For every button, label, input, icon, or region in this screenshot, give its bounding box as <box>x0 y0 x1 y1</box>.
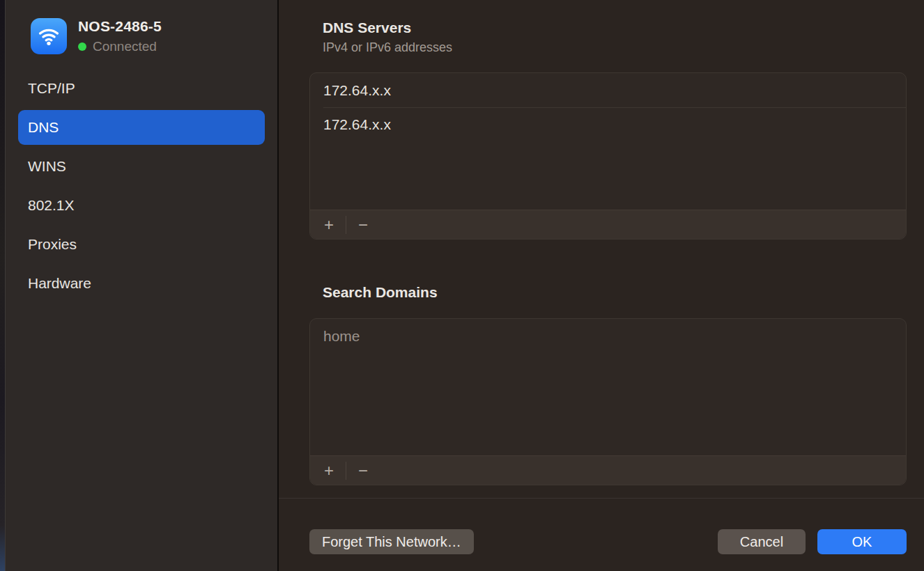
search-domain-row[interactable]: home <box>310 319 906 353</box>
network-details-panel: DNS Servers IPv4 or IPv6 addresses 172.6… <box>279 0 924 571</box>
sidebar-item-dns[interactable]: DNS <box>18 110 265 145</box>
dns-servers-subtitle: IPv4 or IPv6 addresses <box>323 40 907 55</box>
dns-servers-listbox-footer: + − <box>310 210 906 239</box>
dns-server-row[interactable]: 172.64.x.x <box>310 73 906 107</box>
dns-servers-title: DNS Servers <box>323 19 907 36</box>
search-domains-remove-button[interactable]: − <box>350 460 376 481</box>
sidebar-item-proxies[interactable]: Proxies <box>18 227 265 262</box>
sidebar-item-wins[interactable]: WINS <box>18 149 265 184</box>
sidebar-item-hardware[interactable]: Hardware <box>18 266 265 301</box>
search-domains-listbox-footer: + − <box>310 455 906 485</box>
search-domains-listbox: home + − <box>309 318 907 485</box>
footer-button-row: Forget This Network… Cancel OK <box>279 499 924 554</box>
connected-status-label: Connected <box>93 39 157 54</box>
dns-server-row[interactable]: 172.64.x.x <box>310 107 906 141</box>
search-domains-section: Search Domains home + − <box>309 284 907 485</box>
network-status: Connected <box>78 39 162 54</box>
network-info: NOS-2486-5 Connected <box>78 18 162 54</box>
network-header: NOS-2486-5 Connected <box>6 18 277 54</box>
network-name: NOS-2486-5 <box>78 18 162 35</box>
dns-add-button[interactable]: + <box>316 214 342 235</box>
sidebar-item-8021x[interactable]: 802.1X <box>18 188 265 223</box>
connected-status-dot <box>78 42 86 51</box>
forget-this-network-button[interactable]: Forget This Network… <box>309 529 474 554</box>
sidebar-nav: TCP/IPDNSWINS802.1XProxiesHardware <box>6 71 277 301</box>
dns-remove-button[interactable]: − <box>350 214 376 235</box>
search-domains-rows: home <box>310 319 906 455</box>
cancel-button[interactable]: Cancel <box>718 529 806 554</box>
dns-servers-rows: 172.64.x.x172.64.x.x <box>310 73 906 210</box>
panel-content: DNS Servers IPv4 or IPv6 addresses 172.6… <box>279 0 924 485</box>
ok-button[interactable]: OK <box>817 529 907 554</box>
search-domains-title: Search Domains <box>323 284 907 301</box>
wifi-icon <box>31 18 67 54</box>
sidebar-item-tcpip[interactable]: TCP/IP <box>18 71 265 106</box>
pm-divider <box>346 462 346 480</box>
dns-servers-section: DNS Servers IPv4 or IPv6 addresses 172.6… <box>309 19 907 240</box>
search-domains-add-button[interactable]: + <box>316 460 342 481</box>
sidebar: NOS-2486-5 Connected TCP/IPDNSWINS802.1X… <box>6 0 279 571</box>
pm-divider <box>346 216 346 234</box>
dns-servers-listbox: 172.64.x.x172.64.x.x + − <box>309 72 907 240</box>
background-window-edge <box>0 0 6 571</box>
